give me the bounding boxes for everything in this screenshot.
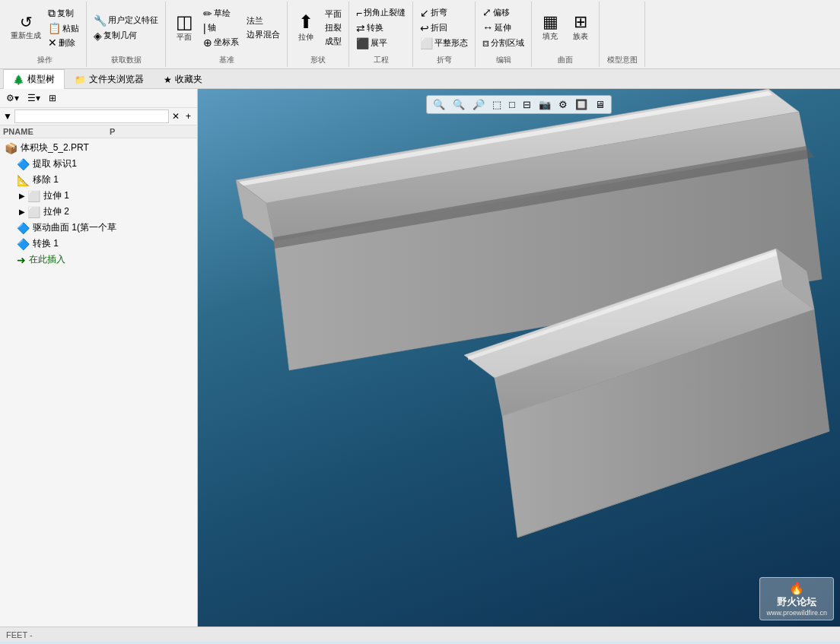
camera-btn[interactable]: 📷 — [536, 97, 554, 112]
tab-favorites[interactable]: ★ 收藏夹 — [154, 69, 212, 89]
tab-folder-browser[interactable]: 📁 文件夹浏览器 — [65, 69, 154, 89]
ribbon-group-model-intent: 模型意图 — [600, 2, 645, 67]
convert-icon: ⇄ — [356, 22, 365, 34]
expand-btn[interactable]: ⊞ — [46, 91, 59, 105]
family-table-button[interactable]: ⊞ 族表 — [567, 12, 594, 43]
folder-browser-icon: 📁 — [75, 75, 86, 85]
convert-icon2: 🔷 — [17, 238, 30, 250]
user-feature-button[interactable]: 🔧 用户定义特征 — [91, 14, 161, 27]
extend-button[interactable]: ↔ 延伸 — [480, 21, 527, 34]
offset-button[interactable]: ⤢ 偏移 — [480, 5, 527, 19]
status-bar: FEET - — [0, 627, 840, 642]
copy-geometry-icon: ◈ — [94, 30, 102, 42]
tree-item-extrude1[interactable]: ▶ ⬜ 拉伸 1 — [2, 188, 196, 204]
extrude2-expand[interactable]: ▶ — [17, 208, 27, 216]
zoom-btn2[interactable]: 🔍 — [450, 97, 468, 112]
tab-model-tree[interactable]: 🌲 模型树 — [3, 69, 65, 89]
main-layout: ⚙▾ ☰▾ ⊞ ▼ ✕ + PNAME P 📦 体积块_5_2.PRT 🔷 — [0, 89, 840, 627]
select-btn[interactable]: ⬚ — [489, 97, 504, 112]
ribbon-group-engineering: ⌐ 拐角止裂缝 ⇄ 转换 ⬛ 展平 工程 — [349, 2, 413, 67]
extrude1-label: 拉伸 1 — [43, 189, 69, 202]
zoom-in-btn[interactable]: 🔍 — [430, 97, 448, 112]
watermark-url: www.proewildfire.cn — [766, 609, 827, 617]
flat-pattern-button[interactable]: ⬜ 平整形态 — [418, 36, 470, 50]
plane-button[interactable]: ◫ 平面 — [170, 11, 198, 44]
convert-label2: 转换 1 — [33, 237, 59, 250]
tree-item-extract[interactable]: 🔷 提取 标识1 — [2, 156, 196, 172]
delete-button[interactable]: ✕ 删除 — [46, 36, 81, 49]
tree-item-remove[interactable]: 📐 移除 1 — [2, 172, 196, 188]
fill-button[interactable]: ▦ 填充 — [536, 12, 564, 43]
extrude1-expand[interactable]: ▶ — [17, 192, 27, 200]
paste-icon: 📋 — [48, 22, 61, 34]
view-mode-btn[interactable]: □ — [506, 97, 518, 112]
extrude-icon: ⬆ — [298, 13, 313, 31]
sketch-button[interactable]: ✏ 草绘 — [201, 7, 241, 21]
panel-tab-bar: 🌲 模型树 📁 文件夹浏览器 ★ 收藏夹 — [0, 69, 840, 89]
viewport[interactable]: 🔍 🔍 🔎 ⬚ □ ⊟ 📷 ⚙ 🔲 🖥 — [198, 89, 840, 627]
regenerate-icon: ↺ — [20, 14, 33, 30]
insert-here-label: 在此插入 — [29, 253, 65, 266]
extrude-button[interactable]: ⬆ 拉伸 — [292, 11, 320, 44]
zoom-out-btn[interactable]: 🔎 — [469, 97, 488, 112]
copy-button[interactable]: ⧉ 复制 — [46, 6, 81, 21]
tree-item-extrude2[interactable]: ▶ ⬜ 拉伸 2 — [2, 204, 196, 220]
search-input[interactable] — [14, 109, 169, 123]
copy-label: 复制 — [57, 8, 74, 19]
wire-btn[interactable]: ⊟ — [520, 97, 534, 112]
axis-label: 轴 — [208, 22, 216, 33]
paste-button[interactable]: 📋 粘贴 — [46, 21, 81, 35]
tree-root[interactable]: 📦 体积块_5_2.PRT — [2, 140, 196, 156]
extend-label: 延伸 — [495, 22, 511, 33]
view-toolbar: 🔍 🔍 🔎 ⬚ □ ⊟ 📷 ⚙ 🔲 🖥 — [426, 95, 612, 114]
ribbon-group-shape: ⬆ 拉伸 平面 扭裂 成型 形状 — [288, 2, 349, 67]
model-tree-icon: 🌲 — [13, 75, 24, 85]
search-bar: ▼ ✕ + — [0, 108, 197, 125]
bend-button[interactable]: ↙ 折弯 — [418, 6, 470, 20]
family-table-icon: ⊞ — [574, 14, 587, 30]
axis-button[interactable]: | 轴 — [201, 21, 241, 35]
copy-geometry-button[interactable]: ◈ 复制几何 — [91, 29, 161, 43]
clear-search-btn[interactable]: ✕ — [169, 109, 183, 123]
add-search-btn[interactable]: + — [183, 109, 194, 123]
settings-btn[interactable]: ⚙▾ — [3, 91, 22, 105]
remove-label: 移除 1 — [33, 173, 59, 186]
convert-button[interactable]: ⇄ 转换 — [354, 21, 408, 35]
coordinate-button[interactable]: ⊕ 坐标系 — [201, 36, 241, 49]
status-text: FEET - — [6, 630, 33, 639]
model-tree-label: 模型树 — [27, 73, 55, 86]
paste-label: 粘贴 — [62, 23, 79, 34]
tree-item-insert-here[interactable]: ➜ 在此插入 — [2, 252, 196, 268]
display-btn[interactable]: 🔲 — [572, 97, 590, 112]
split-region-button[interactable]: ⧈ 分割区域 — [480, 36, 527, 50]
tree-item-drive-surface[interactable]: 🔷 驱动曲面 1(第一个草 — [2, 220, 196, 236]
sketch-icon: ✏ — [203, 8, 212, 20]
split-region-label: 分割区域 — [491, 37, 524, 49]
shape-group-label: 形状 — [310, 52, 326, 65]
unbend-button[interactable]: ↩ 折回 — [418, 21, 470, 35]
flat-button[interactable]: 平面 — [323, 8, 344, 21]
crack-button[interactable]: 扭裂 — [323, 21, 344, 34]
convert-label: 转换 — [367, 22, 383, 33]
user-feature-label: 用户定义特征 — [108, 14, 158, 26]
regenerate-button[interactable]: ↺ 重新生成 — [8, 13, 44, 43]
flat-label: 平面 — [325, 8, 342, 20]
datum-group-label: 基准 — [219, 52, 234, 65]
user-feature-icon: 🔧 — [94, 14, 107, 27]
tree-content: 📦 体积块_5_2.PRT 🔷 提取 标识1 📐 移除 1 ▶ ⬜ 拉伸 1 ▶… — [0, 138, 197, 627]
screen-btn[interactable]: 🖥 — [592, 97, 608, 112]
bend-icon: ↙ — [420, 7, 429, 19]
boundary-blend-button[interactable]: 边界混合 — [244, 28, 282, 41]
offset-icon: ⤢ — [482, 6, 492, 18]
form-button[interactable]: 成型 — [323, 35, 344, 48]
corner-notch-button[interactable]: ⌐ 拐角止裂缝 — [354, 6, 408, 20]
flat-pattern-icon: ⬜ — [420, 37, 433, 49]
extrude-label: 拉伸 — [298, 32, 313, 43]
tree-item-convert[interactable]: 🔷 转换 1 — [2, 236, 196, 252]
view-btn[interactable]: ☰▾ — [24, 91, 43, 105]
flange-button[interactable]: 法兰 — [244, 14, 282, 27]
flatten-button[interactable]: ⬛ 展平 — [354, 36, 408, 50]
copy-geometry-label: 复制几何 — [103, 30, 137, 41]
corner-notch-icon: ⌐ — [356, 7, 362, 19]
settings-view-btn[interactable]: ⚙ — [555, 97, 571, 112]
